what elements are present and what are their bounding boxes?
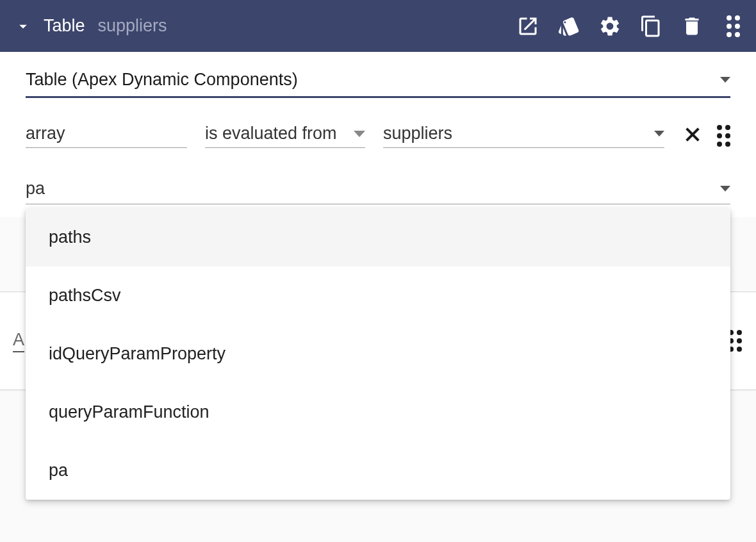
component-type-select[interactable]: Table (Apex Dynamic Components) [26,70,730,98]
autocomplete-input[interactable]: pa [26,179,730,204]
copy-icon[interactable] [637,12,665,40]
header-title: Table [44,16,85,36]
operator-label: is evaluated from [205,124,337,144]
property-row: array is evaluated from suppliers [26,124,730,148]
open-external-icon[interactable] [514,12,542,40]
style-icon[interactable] [555,12,583,40]
property-name-field[interactable]: array [26,124,187,148]
settings-icon[interactable] [596,12,624,40]
property-value-select[interactable]: suppliers [383,124,664,148]
config-panel: Table (Apex Dynamic Components) array is… [0,52,756,217]
background-drag-handle-icon[interactable] [728,330,742,352]
row-drag-handle-icon[interactable] [717,125,730,147]
row-actions [682,124,730,147]
autocomplete-query: pa [26,179,45,199]
dropdown-triangle-icon [720,186,730,192]
autocomplete-option[interactable]: pathsCsv [26,267,730,325]
autocomplete-option[interactable]: idQueryParamProperty [26,325,730,383]
autocomplete-dropdown: paths pathsCsv idQueryParamProperty quer… [26,208,730,500]
autocomplete-option[interactable]: pa [26,441,730,500]
operator-select[interactable]: is evaluated from [205,124,365,148]
header-subtitle: suppliers [98,16,167,36]
property-value-label: suppliers [383,124,452,144]
component-header: Table suppliers [0,0,756,52]
autocomplete-option[interactable]: queryParamFunction [26,383,730,441]
header-left: Table suppliers [14,16,514,36]
property-autocomplete: pa paths pathsCsv idQueryParamProperty q… [26,179,730,204]
property-name-value: array [26,124,65,143]
component-type-label: Table (Apex Dynamic Components) [26,70,298,90]
drag-handle-icon[interactable] [719,12,747,40]
dropdown-triangle-icon [720,77,730,83]
dropdown-triangle-icon [654,131,664,136]
header-actions [514,12,747,40]
collapse-chevron-icon[interactable] [14,17,32,35]
remove-row-icon[interactable] [682,124,703,147]
autocomplete-option[interactable]: paths [26,208,730,267]
dropdown-triangle-icon [354,131,365,137]
delete-icon[interactable] [678,12,706,40]
background-row-label: A [13,330,24,352]
